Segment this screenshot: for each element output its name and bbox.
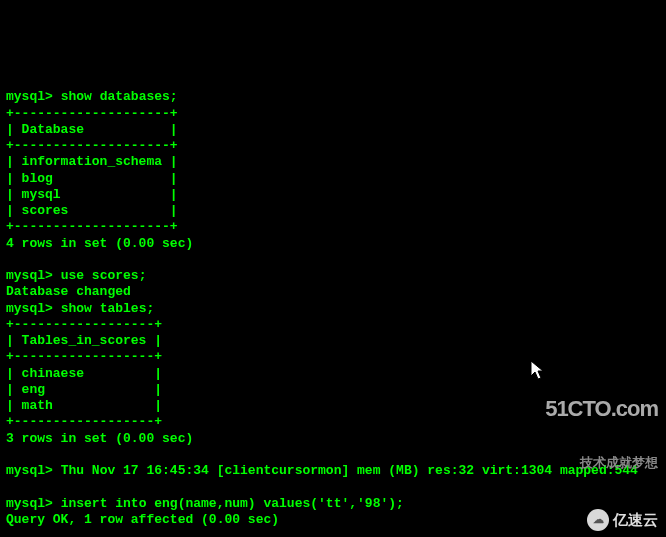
table-border: +------------------+ [6, 317, 162, 332]
table-row: | mysql | [6, 187, 178, 202]
table-row: | eng | [6, 382, 162, 397]
table-header-tables: | Tables_in_scores | [6, 333, 162, 348]
prompt-line: mysql> Thu Nov 17 16:45:34 [clientcursor… [6, 463, 638, 478]
mysql-prompt: mysql> [6, 496, 53, 511]
prompt-line: mysql> show tables; [6, 301, 154, 316]
prompt-line: mysql> use scores; [6, 268, 146, 283]
cloud-icon: ☁ [587, 509, 609, 531]
command-use-scores: use scores; [61, 268, 147, 283]
table-border: +--------------------+ [6, 138, 178, 153]
command-show-databases: show databases; [61, 89, 178, 104]
table-border: +------------------+ [6, 414, 162, 429]
database-changed-msg: Database changed [6, 284, 131, 299]
table-border: +--------------------+ [6, 106, 178, 121]
table-border: +--------------------+ [6, 219, 178, 234]
prompt-line: mysql> show databases; [6, 89, 178, 104]
command-insert-1: insert into eng(name,num) values('tt','9… [61, 496, 404, 511]
query-ok-msg: Query OK, 1 row affected (0.00 sec) [6, 512, 279, 527]
command-show-tables: show tables; [61, 301, 155, 316]
table-row: | blog | [6, 171, 178, 186]
result-summary: 4 rows in set (0.00 sec) [6, 236, 193, 251]
prompt-line: mysql> insert into eng(name,num) values(… [6, 496, 404, 511]
table-row: | scores | [6, 203, 178, 218]
watermark-main: 51CTO.com [545, 395, 658, 423]
mysql-prompt: mysql> [6, 268, 53, 283]
table-row: | information_schema | [6, 154, 178, 169]
watermark-sub: 技术成就梦想 [545, 455, 658, 471]
watermark-yisu: ☁ 亿速云 [587, 509, 658, 531]
watermark-yisu-text: 亿速云 [613, 511, 658, 530]
mysql-prompt: mysql> [6, 463, 53, 478]
table-row: | chinaese | [6, 366, 162, 381]
table-row: | math | [6, 398, 162, 413]
table-border: +------------------+ [6, 349, 162, 364]
mysql-prompt: mysql> [6, 301, 53, 316]
table-header-database: | Database | [6, 122, 178, 137]
mysql-prompt: mysql> [6, 89, 53, 104]
watermark-51cto: 51CTO.com 技术成就梦想 [545, 362, 658, 487]
result-summary: 3 rows in set (0.00 sec) [6, 431, 193, 446]
